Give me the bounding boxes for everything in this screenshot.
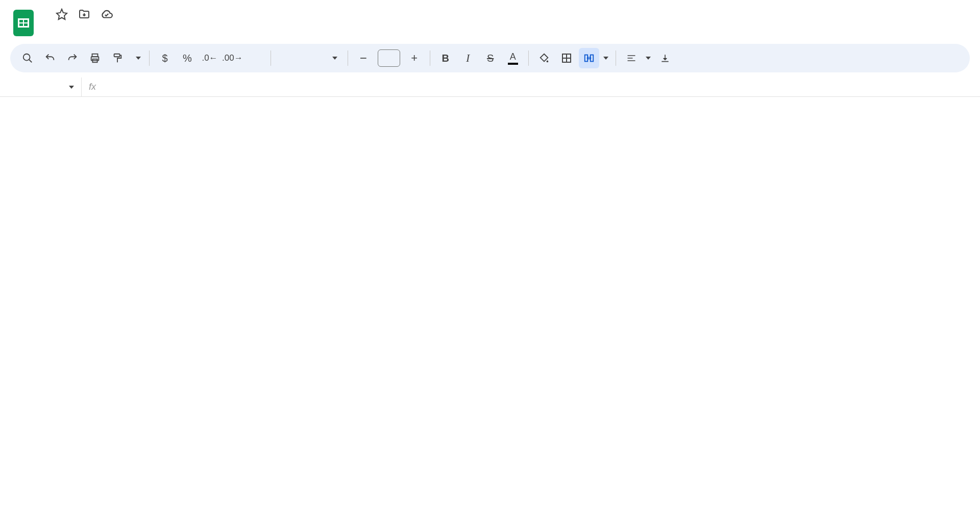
menu-help[interactable] — [163, 25, 178, 30]
divider — [528, 50, 529, 66]
font-family-select[interactable] — [276, 57, 342, 60]
italic-button[interactable]: I — [458, 48, 478, 68]
fx-icon: fx — [89, 82, 96, 92]
increase-decimal-button[interactable]: .00→ — [222, 48, 243, 68]
divider — [149, 50, 150, 66]
fill-color-button[interactable] — [534, 48, 554, 68]
font-size-group: − + — [353, 48, 425, 68]
toolbar: $ % .0← .00→ − + B I S A — [10, 44, 970, 72]
menu-data[interactable] — [117, 25, 132, 30]
format-currency-button[interactable]: $ — [155, 48, 175, 68]
svg-point-5 — [546, 61, 548, 63]
caret-down-icon — [136, 57, 141, 60]
caret-down-icon — [646, 57, 651, 60]
menu-edit[interactable] — [56, 25, 70, 30]
text-color-button[interactable]: A — [503, 48, 523, 68]
menu-file[interactable] — [41, 25, 55, 30]
name-box[interactable] — [0, 78, 82, 96]
bold-button[interactable]: B — [435, 48, 456, 68]
search-menus-button[interactable] — [17, 48, 38, 68]
star-icon[interactable] — [55, 8, 68, 21]
menu-tools[interactable] — [133, 25, 147, 30]
increase-font-size-button[interactable]: + — [404, 48, 425, 68]
caret-down-icon — [69, 86, 74, 89]
divider — [616, 50, 616, 66]
borders-button[interactable] — [556, 48, 577, 68]
sheets-logo-icon — [13, 10, 34, 36]
svg-rect-4 — [114, 54, 120, 57]
toolbar-container: $ % .0← .00→ − + B I S A — [0, 39, 980, 78]
decrease-font-size-button[interactable]: − — [353, 48, 374, 68]
app-header — [0, 0, 980, 39]
formula-bar[interactable]: fx — [82, 82, 102, 92]
move-icon[interactable] — [78, 8, 91, 21]
merge-cells-button[interactable] — [579, 48, 599, 68]
align-dropdown[interactable] — [644, 48, 653, 68]
divider — [271, 50, 271, 66]
caret-down-icon — [603, 57, 608, 60]
menu-insert[interactable] — [87, 25, 101, 30]
divider — [430, 50, 430, 66]
zoom-select[interactable] — [130, 57, 144, 60]
formula-bar-row: fx — [0, 78, 980, 97]
sheets-logo[interactable] — [10, 4, 37, 39]
title-block — [37, 4, 970, 30]
menu-view[interactable] — [71, 25, 86, 30]
undo-button[interactable] — [40, 48, 60, 68]
cloud-status-icon[interactable] — [100, 8, 113, 21]
paint-format-button[interactable] — [107, 48, 128, 68]
vertical-align-button[interactable] — [655, 48, 675, 68]
divider — [348, 50, 348, 66]
caret-down-icon — [332, 57, 337, 60]
svg-point-0 — [23, 54, 30, 61]
menu-format[interactable] — [102, 25, 116, 30]
print-button[interactable] — [85, 48, 105, 68]
strikethrough-button[interactable]: S — [480, 48, 501, 68]
horizontal-align-button[interactable] — [621, 48, 642, 68]
format-percent-button[interactable]: % — [177, 48, 198, 68]
redo-button[interactable] — [62, 48, 83, 68]
more-formats-button[interactable] — [245, 48, 265, 68]
document-title[interactable] — [41, 13, 47, 15]
menu-extensions[interactable] — [148, 25, 162, 30]
merge-dropdown[interactable] — [601, 48, 610, 68]
menubar — [41, 25, 970, 30]
font-size-input[interactable] — [378, 49, 400, 67]
decrease-decimal-button[interactable]: .0← — [200, 48, 220, 68]
